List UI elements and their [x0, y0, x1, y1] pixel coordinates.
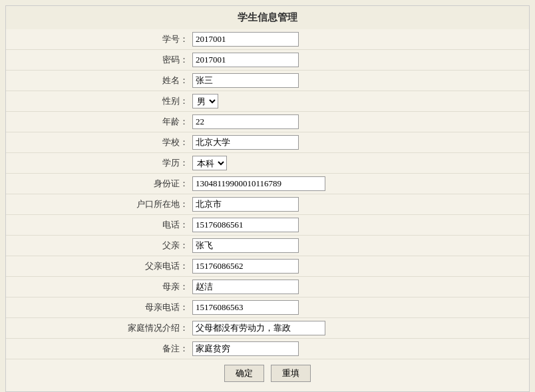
family-input[interactable] [192, 321, 325, 335]
father-phone-row: 父亲电话： [6, 256, 529, 277]
student-id-label: 学号： [6, 33, 192, 45]
family-row: 家庭情况介绍： [6, 318, 529, 339]
father-row: 父亲： [6, 236, 529, 256]
idcard-row: 身份证： [6, 174, 529, 194]
button-row: 确定 重填 [6, 359, 529, 385]
idcard-input[interactable] [192, 176, 325, 191]
note-label: 备注： [6, 343, 192, 355]
gender-label: 性别： [6, 95, 192, 107]
password-label: 密码： [6, 54, 192, 66]
name-row: 姓名： [6, 71, 529, 91]
student-id-input[interactable] [192, 32, 299, 47]
gender-row: 性别： 男 女 [6, 91, 529, 112]
school-input[interactable] [192, 135, 299, 150]
family-label: 家庭情况介绍： [6, 322, 192, 334]
form-section: 学生信息管理 学号： 密码： 姓名： 性别： 男 女 年龄： 学校： 学历： 本… [5, 5, 530, 392]
education-label: 学历： [6, 157, 192, 169]
phone-row: 电话： [6, 215, 529, 236]
age-row: 年龄： [6, 112, 529, 132]
password-row: 密码： [6, 50, 529, 71]
phone-input[interactable] [192, 218, 299, 232]
age-input[interactable] [192, 114, 299, 129]
father-input[interactable] [192, 238, 299, 253]
mother-phone-row: 母亲电话： [6, 297, 529, 318]
name-input[interactable] [192, 73, 299, 88]
idcard-label: 身份证： [6, 178, 192, 190]
reset-button[interactable]: 重填 [271, 365, 311, 382]
mother-phone-input[interactable] [192, 300, 299, 315]
mother-row: 母亲： [6, 277, 529, 297]
form-title: 学生信息管理 [6, 6, 529, 29]
father-phone-label: 父亲电话： [6, 260, 192, 272]
education-select[interactable]: 本科 专科 硕士 博士 [192, 156, 227, 170]
mother-label: 母亲： [6, 281, 192, 293]
education-row: 学历： 本科 专科 硕士 博士 [6, 153, 529, 174]
password-input[interactable] [192, 53, 299, 67]
note-row: 备注： [6, 339, 529, 359]
confirm-button[interactable]: 确定 [224, 365, 264, 382]
name-label: 姓名： [6, 75, 192, 87]
school-row: 学校： [6, 132, 529, 153]
note-input[interactable] [192, 341, 299, 356]
gender-select[interactable]: 男 女 [192, 94, 218, 108]
school-label: 学校： [6, 136, 192, 148]
father-phone-input[interactable] [192, 259, 299, 274]
phone-label: 电话： [6, 219, 192, 231]
mother-input[interactable] [192, 280, 299, 294]
student-id-row: 学号： [6, 29, 529, 50]
address-input[interactable] [192, 197, 299, 212]
age-label: 年龄： [6, 116, 192, 128]
father-label: 父亲： [6, 240, 192, 252]
address-row: 户口所在地： [6, 194, 529, 215]
mother-phone-label: 母亲电话： [6, 301, 192, 313]
address-label: 户口所在地： [6, 198, 192, 210]
